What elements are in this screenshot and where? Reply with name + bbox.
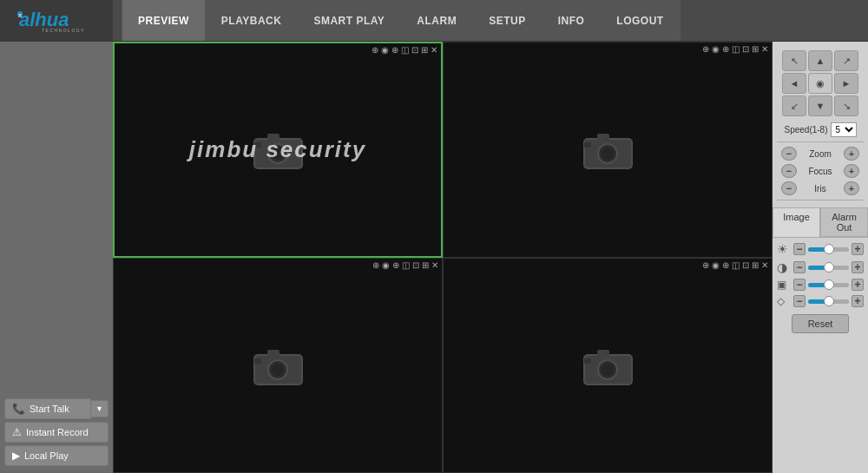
camera-svg-2 bbox=[580, 127, 636, 172]
cell3-icon-zoom[interactable]: ⊕ bbox=[392, 260, 399, 270]
cell3-icon-layout[interactable]: ◫ bbox=[402, 260, 410, 270]
divider-1 bbox=[777, 141, 864, 142]
cell3-icon-ptz[interactable]: ◉ bbox=[382, 260, 390, 270]
cell4-icon-zoom[interactable]: ⊕ bbox=[722, 260, 729, 270]
contrast-plus[interactable]: + bbox=[852, 261, 864, 273]
nav-playback[interactable]: PLAYBACK bbox=[206, 0, 299, 41]
cell2-icon-close[interactable]: ✕ bbox=[761, 44, 768, 54]
brightness-track[interactable] bbox=[808, 247, 849, 252]
start-talk-button[interactable]: 📞 Start Talk bbox=[4, 398, 91, 419]
iris-plus[interactable]: + bbox=[844, 181, 859, 195]
tab-image[interactable]: Image bbox=[773, 207, 820, 237]
nav-info[interactable]: INFO bbox=[542, 0, 602, 41]
cell4-icon-record[interactable]: ⊡ bbox=[742, 260, 749, 270]
play-icon: ▶ bbox=[12, 450, 20, 462]
cell3-icon-record[interactable]: ⊡ bbox=[412, 260, 419, 270]
cell1-icon-ptz[interactable]: ◉ bbox=[381, 45, 389, 55]
cell1-icon-layout[interactable]: ◫ bbox=[401, 45, 409, 55]
ptz-ne[interactable]: ↗ bbox=[834, 50, 858, 71]
nav-preview[interactable]: PREVIEW bbox=[122, 0, 206, 41]
contrast-icon: ◑ bbox=[777, 260, 791, 274]
sharpness-thumb[interactable] bbox=[824, 296, 834, 306]
iris-minus[interactable]: − bbox=[781, 181, 797, 195]
cell3-icon-stream[interactable]: ⊕ bbox=[372, 260, 379, 270]
nav-setup[interactable]: SETUP bbox=[473, 0, 542, 41]
cell2-icon-stream[interactable]: ⊕ bbox=[702, 44, 709, 54]
saturation-thumb[interactable] bbox=[824, 279, 834, 290]
camera-svg-1 bbox=[250, 127, 306, 172]
speed-select[interactable]: 5 1234 678 bbox=[831, 122, 857, 137]
cell2-icon-snapshot[interactable]: ⊞ bbox=[752, 44, 759, 54]
focus-plus[interactable]: + bbox=[844, 164, 859, 178]
video-cell-4[interactable]: ⊕ ◉ ⊕ ◫ ⊡ ⊞ ✕ bbox=[443, 258, 773, 474]
cell2-icon-layout[interactable]: ◫ bbox=[732, 44, 740, 54]
video-cell-1[interactable]: ⊕ ◉ ⊕ ◫ ⊡ ⊞ ✕ jimbu security bbox=[113, 42, 443, 258]
svg-point-21 bbox=[602, 364, 614, 376]
local-play-button[interactable]: ▶ Local Play bbox=[4, 445, 108, 466]
video-cell-3[interactable]: ⊕ ◉ ⊕ ◫ ⊡ ⊞ ✕ bbox=[113, 258, 443, 474]
svg-rect-17 bbox=[267, 350, 279, 357]
cell2-toolbar: ⊕ ◉ ⊕ ◫ ⊡ ⊞ ✕ bbox=[702, 44, 768, 54]
contrast-minus[interactable]: − bbox=[793, 261, 806, 273]
ptz-e[interactable]: ► bbox=[834, 73, 858, 94]
svg-rect-12 bbox=[597, 134, 609, 141]
start-talk-dropdown[interactable]: ▼ bbox=[91, 400, 108, 417]
ptz-nw[interactable]: ↖ bbox=[782, 50, 806, 71]
zoom-minus[interactable]: − bbox=[781, 147, 797, 161]
brightness-minus[interactable]: − bbox=[793, 243, 806, 255]
cell1-icon-close[interactable]: ✕ bbox=[431, 45, 437, 55]
brightness-thumb[interactable] bbox=[824, 244, 834, 254]
cell1-icon-zoom[interactable]: ⊕ bbox=[391, 45, 398, 55]
main-layout: 📞 Start Talk ▼ ⚠ Instant Record ▶ Local … bbox=[0, 42, 868, 473]
divider-2 bbox=[777, 200, 864, 200]
saturation-icon: ▣ bbox=[777, 279, 791, 291]
cell2-icon-zoom[interactable]: ⊕ bbox=[722, 44, 729, 54]
nav-logout[interactable]: LOGOUT bbox=[601, 0, 680, 41]
nav-smartplay[interactable]: SMART PLAY bbox=[298, 0, 401, 41]
svg-rect-8 bbox=[254, 142, 261, 148]
cell4-icon-close[interactable]: ✕ bbox=[761, 260, 768, 270]
contrast-track[interactable] bbox=[808, 266, 849, 270]
cell4-icon-stream[interactable]: ⊕ bbox=[702, 260, 709, 270]
cell3-icon-snapshot[interactable]: ⊞ bbox=[422, 260, 429, 270]
sharpness-track[interactable] bbox=[808, 299, 849, 304]
video-cell-2[interactable]: ⊕ ◉ ⊕ ◫ ⊡ ⊞ ✕ bbox=[443, 42, 773, 258]
cell4-icon-snapshot[interactable]: ⊞ bbox=[752, 260, 759, 270]
cell2-icon-record[interactable]: ⊡ bbox=[742, 44, 749, 54]
sharpness-plus[interactable]: + bbox=[852, 295, 864, 307]
camera-svg-3 bbox=[250, 343, 306, 388]
nav-alarm[interactable]: ALARM bbox=[401, 0, 473, 41]
ptz-s[interactable]: ▼ bbox=[808, 95, 832, 116]
ptz-n[interactable]: ▲ bbox=[808, 50, 832, 71]
cell1-icon-stream[interactable]: ⊕ bbox=[372, 45, 378, 55]
saturation-minus[interactable]: − bbox=[793, 279, 806, 291]
start-talk-wrapper: 📞 Start Talk ▼ bbox=[4, 398, 108, 419]
local-play-label: Local Play bbox=[24, 450, 69, 461]
svg-point-16 bbox=[272, 364, 284, 376]
reset-button[interactable]: Reset bbox=[792, 314, 850, 333]
brightness-plus[interactable]: + bbox=[852, 243, 864, 255]
cell4-icon-layout[interactable]: ◫ bbox=[732, 260, 740, 270]
cell1-icon-snapshot[interactable]: ⊞ bbox=[421, 45, 428, 55]
camera-icon-2 bbox=[577, 126, 638, 174]
contrast-thumb[interactable] bbox=[824, 262, 834, 273]
saturation-track[interactable] bbox=[808, 283, 849, 287]
cell4-toolbar: ⊕ ◉ ⊕ ◫ ⊡ ⊞ ✕ bbox=[702, 260, 768, 270]
instant-record-button[interactable]: ⚠ Instant Record bbox=[4, 422, 108, 443]
saturation-plus[interactable]: + bbox=[852, 279, 864, 291]
ptz-w[interactable]: ◄ bbox=[782, 73, 806, 94]
cell2-icon-ptz[interactable]: ◉ bbox=[712, 44, 720, 54]
sharpness-minus[interactable]: − bbox=[793, 295, 806, 307]
camera-icon-3 bbox=[247, 341, 308, 389]
cell1-icon-record[interactable]: ⊡ bbox=[411, 45, 418, 55]
focus-minus[interactable]: − bbox=[781, 164, 797, 178]
ptz-center[interactable]: ◉ bbox=[808, 73, 832, 94]
cell3-icon-close[interactable]: ✕ bbox=[431, 260, 438, 270]
cell4-icon-ptz[interactable]: ◉ bbox=[712, 260, 720, 270]
zoom-plus[interactable]: + bbox=[844, 147, 859, 161]
ptz-sw[interactable]: ↙ bbox=[782, 95, 806, 116]
ptz-se[interactable]: ↘ bbox=[834, 95, 858, 116]
camera-icon-4 bbox=[577, 341, 638, 389]
svg-rect-22 bbox=[597, 350, 609, 357]
tab-alarmout[interactable]: Alarm Out bbox=[820, 207, 868, 237]
